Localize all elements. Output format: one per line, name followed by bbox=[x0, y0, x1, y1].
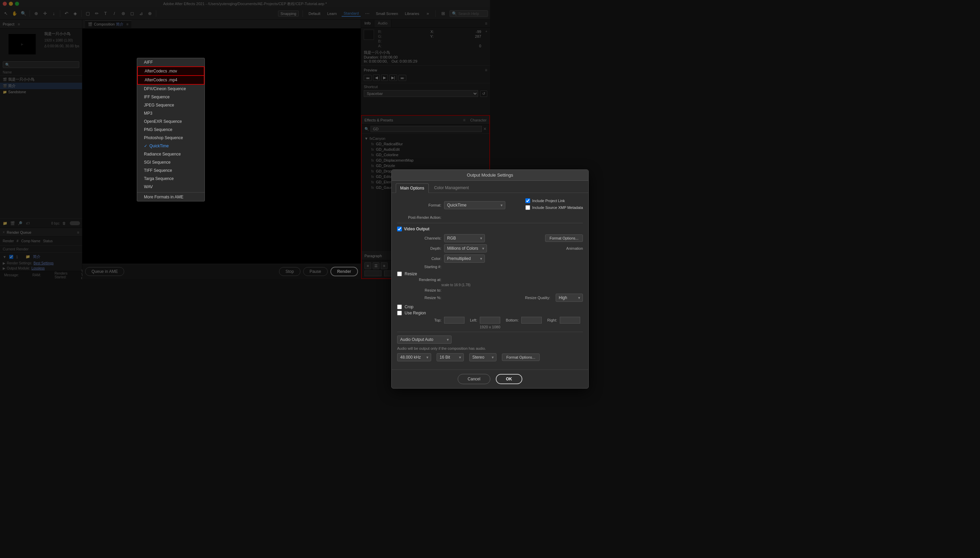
modal-tabs: Main Options Color Management bbox=[392, 181, 490, 193]
dropdown-item-jpeg[interactable]: JPEG Sequence bbox=[137, 101, 205, 109]
color-row: Color: Premultiplied ▼ bbox=[397, 254, 490, 263]
video-output-checkbox[interactable] bbox=[397, 226, 402, 231]
dropdown-item-targa[interactable]: Targa Sequence bbox=[137, 174, 205, 183]
checkmark-icon: ✓ bbox=[144, 144, 147, 148]
depth-row: Depth: Millions of Colors ▼ Animation bbox=[397, 244, 490, 253]
sgi-label: SGI Sequence bbox=[144, 160, 171, 165]
dropdown-item-aftercodecs-mov[interactable]: AfterCodecs .mov bbox=[137, 66, 205, 76]
mp3-label: MP3 bbox=[144, 111, 153, 116]
quicktime-label: QuickTime bbox=[149, 144, 169, 148]
dropdown-item-dpx[interactable]: DPX/Cineon Sequence bbox=[137, 85, 205, 93]
iff-label: IFF Sequence bbox=[144, 95, 169, 99]
color-select-wrapper: Premultiplied ▼ bbox=[444, 254, 485, 263]
post-render-row: Post-Render Action: bbox=[397, 215, 490, 220]
dropdown-item-sgi[interactable]: SGI Sequence bbox=[137, 158, 205, 166]
format-select[interactable]: QuickTime bbox=[444, 201, 490, 209]
dropdown-item-quicktime[interactable]: ✓ QuickTime bbox=[137, 142, 205, 150]
depth-label: Depth: bbox=[397, 246, 442, 250]
dropdown-item-tiff[interactable]: TIFF Sequence bbox=[137, 166, 205, 174]
resize-label: Resize bbox=[405, 271, 417, 276]
channels-row: Channels: RGB ▼ Format Options... bbox=[397, 234, 490, 242]
color-select[interactable]: Premultiplied bbox=[444, 254, 485, 263]
jpeg-label: JPEG Sequence bbox=[144, 103, 174, 108]
output-module-modal: Output Module Settings Main Options Colo… bbox=[391, 169, 490, 279]
rendering-at-row: Rendering at: bbox=[397, 277, 490, 279]
tab-main-options[interactable]: Main Options bbox=[396, 184, 429, 193]
color-label: Color: bbox=[397, 256, 442, 261]
format-label: Format: bbox=[397, 203, 442, 207]
modal-title: Output Module Settings bbox=[467, 172, 490, 177]
radiance-label: Radiance Sequence bbox=[144, 152, 181, 156]
aftercodecs-mov-label: AfterCodecs .mov bbox=[144, 69, 177, 74]
more-formats-label: More Formats in AME bbox=[144, 195, 184, 199]
video-output-section: Video Output bbox=[397, 226, 490, 231]
photoshop-label: Photoshop Sequence bbox=[144, 135, 183, 140]
format-select-wrapper: QuickTime ▼ bbox=[444, 201, 490, 209]
dropdown-item-radiance[interactable]: Radiance Sequence bbox=[137, 150, 205, 158]
channels-select[interactable]: RGB bbox=[444, 234, 485, 242]
targa-label: Targa Sequence bbox=[144, 176, 174, 181]
rendering-at-label: Rendering at: bbox=[397, 277, 442, 279]
wav-label: WAV bbox=[144, 184, 153, 189]
video-output-label: Video Output bbox=[404, 226, 429, 231]
png-label: PNG Sequence bbox=[144, 127, 172, 132]
resize-checkbox[interactable] bbox=[397, 271, 402, 276]
dropdown-item-wav[interactable]: WAV bbox=[137, 183, 205, 191]
resize-checkbox-row: Resize bbox=[397, 271, 490, 276]
depth-select[interactable]: Millions of Colors bbox=[444, 244, 487, 253]
modal-overlay: Output Module Settings Main Options Colo… bbox=[0, 0, 490, 279]
dropdown-item-more-formats[interactable]: More Formats in AME bbox=[137, 192, 205, 201]
dropdown-item-aiff[interactable]: AIFF bbox=[137, 58, 205, 66]
resize-section: Resize Rendering at: scale to 16:9 (1.78… bbox=[397, 271, 490, 279]
starting-row: Starting #: bbox=[397, 265, 490, 269]
channels-label: Channels: bbox=[397, 236, 442, 240]
tiff-label: TIFF Sequence bbox=[144, 168, 172, 173]
aftercodecs-mp4-label: AfterCodecs .mp4 bbox=[144, 77, 177, 82]
format-row: Format: QuickTime ▼ Include Project Link bbox=[397, 199, 490, 212]
tab-color-management[interactable]: Color Management bbox=[430, 184, 473, 192]
dropdown-item-iff[interactable]: IFF Sequence bbox=[137, 93, 205, 101]
depth-select-wrapper: Millions of Colors ▼ bbox=[444, 244, 487, 253]
format-dropdown-menu: AIFF AfterCodecs .mov AfterCodecs .mp4 D… bbox=[137, 58, 205, 202]
format-control: QuickTime ▼ bbox=[444, 201, 490, 209]
openexr-label: OpenEXR Sequence bbox=[144, 119, 182, 124]
starting-label: Starting #: bbox=[397, 265, 442, 269]
post-render-label: Post-Render Action: bbox=[397, 215, 442, 220]
dpx-label: DPX/Cineon Sequence bbox=[144, 87, 186, 91]
modal-title-bar: Output Module Settings bbox=[392, 170, 490, 181]
dropdown-item-aftercodecs-mp4[interactable]: AfterCodecs .mp4 bbox=[137, 75, 205, 85]
aiff-label: AIFF bbox=[144, 60, 153, 65]
channels-select-wrapper: RGB ▼ bbox=[444, 234, 485, 242]
dropdown-item-photoshop[interactable]: Photoshop Sequence bbox=[137, 134, 205, 142]
dropdown-item-png[interactable]: PNG Sequence bbox=[137, 126, 205, 134]
modal-body: Format: QuickTime ▼ Include Project Link bbox=[392, 193, 490, 279]
dropdown-item-openexr[interactable]: OpenEXR Sequence bbox=[137, 117, 205, 126]
dropdown-item-mp3[interactable]: MP3 bbox=[137, 109, 205, 117]
